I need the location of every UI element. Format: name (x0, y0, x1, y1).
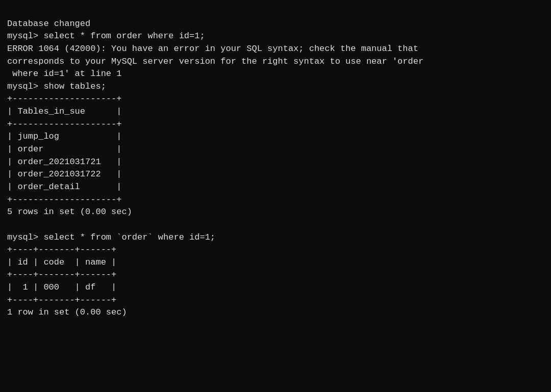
terminal-line: 1 row in set (0.00 sec) (7, 306, 544, 319)
terminal-line: mysql> show tables; (7, 81, 544, 93)
terminal-line: +--------------------+ (7, 118, 544, 131)
terminal-line: +----+-------+------+ (7, 294, 544, 307)
terminal-output: Database changedmysql> select * from ord… (7, 5, 544, 319)
terminal-line: +----+-------+------+ (7, 269, 544, 281)
terminal-line: corresponds to your MySQL server version… (7, 56, 544, 68)
terminal-line: 5 rows in set (0.00 sec) (7, 206, 544, 219)
terminal-line: | id | code | name | (7, 256, 544, 269)
blank-line (7, 219, 544, 231)
terminal-line: ERROR 1064 (42000): You have an error in… (7, 43, 544, 56)
terminal-line: +--------------------+ (7, 93, 544, 106)
terminal-line: +--------------------+ (7, 194, 544, 206)
terminal-line: mysql> select * from `order` where id=1; (7, 231, 544, 244)
terminal-line: | 1 | 000 | df | (7, 281, 544, 294)
terminal-line: | jump_log | (7, 130, 544, 143)
terminal-line: | order_2021031722 | (7, 168, 544, 181)
terminal-line: Database changed (7, 18, 544, 31)
terminal-line: mysql> select * from order where id=1; (7, 30, 544, 43)
terminal-line: | order | (7, 143, 544, 156)
terminal-line: | order_2021031721 | (7, 156, 544, 169)
terminal-line: +----+-------+------+ (7, 244, 544, 256)
terminal-line: | order_detail | (7, 181, 544, 194)
terminal-line: where id=1' at line 1 (7, 68, 544, 81)
terminal-line: | Tables_in_sue | (7, 106, 544, 118)
